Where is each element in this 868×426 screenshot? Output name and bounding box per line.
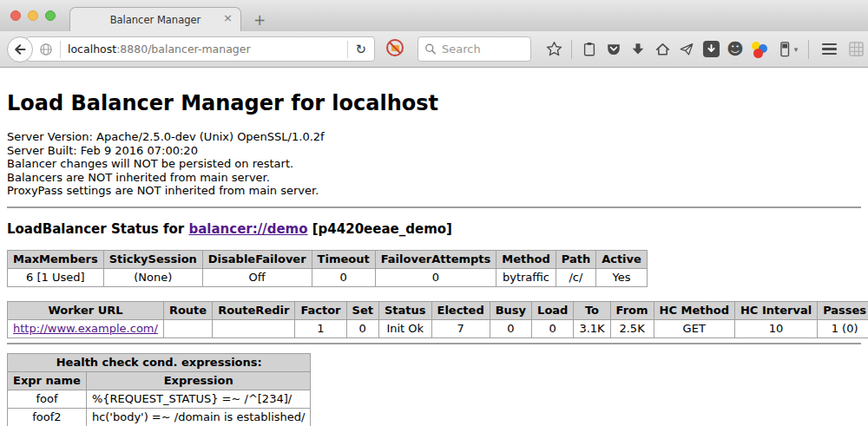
col-expr-name: Expr name <box>8 371 87 390</box>
download-arrow-icon <box>630 42 646 57</box>
cell-hc-method: GET <box>654 319 734 338</box>
navigation-toolbar: localhost:8880/balancer-manager ↻ <box>0 31 868 68</box>
balancer-heading: LoadBalancer Status for balancer://demo … <box>7 221 861 237</box>
globe-icon <box>39 43 53 56</box>
server-built-line: Server Built: Feb 9 2016 07:00:20 <box>7 144 861 158</box>
browser-window: Balancer Manager × + localhost:8880/bala… <box>0 0 868 426</box>
url-text[interactable]: localhost:8880/balancer-manager <box>68 43 251 56</box>
colored-dots-icon <box>750 40 769 59</box>
cell-timeout: 0 <box>312 268 375 286</box>
cell-hc-interval: 10 <box>734 319 817 338</box>
url-host: localhost <box>68 43 116 56</box>
col-set: Set <box>346 301 378 319</box>
cell-expression-foof: %{REQUEST_STATUS} =~ /^[234]/ <box>86 390 311 408</box>
cell-path: /c/ <box>556 268 595 286</box>
cell-passes: 1 (0) <box>818 319 868 338</box>
bookmark-star-button[interactable] <box>542 37 566 62</box>
col-worker-url: Worker URL <box>8 301 164 319</box>
minimize-window-button[interactable] <box>28 10 38 21</box>
feedback-button[interactable]: ☻ <box>723 37 747 62</box>
url-bar[interactable]: localhost:8880/balancer-manager ↻ <box>26 36 375 62</box>
page-title: Load Balancer Manager for localhost <box>7 68 861 115</box>
search-input[interactable] <box>442 43 524 56</box>
cell-routeredir <box>213 319 295 338</box>
tab-balancer-manager[interactable]: Balancer Manager × <box>69 7 241 31</box>
downloads-button[interactable] <box>626 37 650 62</box>
balancer-demo-link[interactable]: balancer://demo <box>188 221 307 237</box>
back-button[interactable] <box>7 36 33 62</box>
cell-status: Init Ok <box>378 319 431 338</box>
download-manager-button[interactable] <box>699 37 723 62</box>
zoom-window-button[interactable] <box>45 10 56 21</box>
grid-icon <box>848 41 865 57</box>
cell-from: 2.5K <box>610 319 654 338</box>
tiles-button[interactable] <box>844 37 868 62</box>
col-stickysession: StickySession <box>103 250 202 268</box>
col-failoverattempts: FailoverAttempts <box>375 250 496 268</box>
balancer-data-row: 6 [1 Used] (None) Off 0 0 bytraffic /c/ … <box>8 268 648 286</box>
close-window-button[interactable] <box>10 10 21 21</box>
cell-worker-url: http://www.example.com/ <box>8 319 164 338</box>
col-load: Load <box>532 301 574 319</box>
health-data-row: foof2 hc('body') =~ /domain is establish… <box>8 408 311 426</box>
home-icon <box>654 42 671 57</box>
url-divider <box>60 41 61 58</box>
cell-expr-name-foof2: foof2 <box>8 408 87 426</box>
cell-elected: 7 <box>431 319 490 338</box>
search-icon <box>424 43 437 56</box>
star-icon <box>546 41 562 57</box>
worker-url-link[interactable]: http://www.example.com/ <box>13 322 158 335</box>
device-sync-button[interactable]: ▾ <box>772 37 803 62</box>
health-title-row: Health check cond. expressions: <box>8 353 311 371</box>
toolbar-divider <box>571 40 572 59</box>
balancer-header-row: MaxMembers StickySession DisableFailover… <box>8 250 648 268</box>
persist-notice-line: Balancer changes will NOT be persisted o… <box>7 157 861 171</box>
cell-maxmembers: 6 [1 Used] <box>8 268 104 286</box>
pocket-button[interactable] <box>602 37 626 62</box>
menu-button[interactable] <box>814 37 844 62</box>
cell-failoverattempts: 0 <box>375 268 496 286</box>
col-hc-method: HC Method <box>654 301 734 319</box>
col-passes: Passes <box>818 301 868 319</box>
cell-expr-name-foof: foof <box>8 390 87 408</box>
health-check-table: Health check cond. expressions: Expr nam… <box>7 353 311 426</box>
worker-status-table: Worker URL Route RouteRedir Factor Set S… <box>7 301 868 338</box>
smiley-icon: ☻ <box>727 41 744 57</box>
hamburger-icon <box>822 43 837 56</box>
col-maxmembers: MaxMembers <box>8 250 104 268</box>
cell-route <box>163 319 212 338</box>
inherit-notice-line: Balancers are NOT inherited from main se… <box>7 171 861 185</box>
bookmarks-menu-button[interactable] <box>577 37 602 62</box>
search-bar[interactable] <box>418 36 531 62</box>
col-routeredir: RouteRedir <box>213 301 295 319</box>
cell-disablefailover: Off <box>202 268 312 286</box>
device-icon <box>777 41 792 58</box>
col-method: Method <box>496 250 556 268</box>
col-factor: Factor <box>295 301 346 319</box>
window-controls <box>10 10 56 21</box>
page-content: Load Balancer Manager for localhost Serv… <box>0 68 868 426</box>
toolbar-divider <box>808 40 809 59</box>
balancer-status-table: MaxMembers StickySession DisableFailover… <box>7 250 648 287</box>
extension-dots-button[interactable] <box>747 37 772 62</box>
worker-header-row: Worker URL Route RouteRedir Factor Set S… <box>8 301 868 319</box>
new-tab-button[interactable]: + <box>253 13 266 28</box>
health-header-row: Expr name Expression <box>8 371 311 390</box>
tab-close-icon[interactable]: × <box>223 12 233 23</box>
cell-factor: 1 <box>295 319 346 338</box>
toolbar-icons: ☻ ▾ <box>542 37 868 62</box>
balancer-heading-suffix: [p4420eeae_demo] <box>308 221 452 237</box>
col-expression: Expression <box>86 371 311 390</box>
home-button[interactable] <box>650 37 674 62</box>
tab-title: Balancer Manager <box>110 14 201 26</box>
col-route: Route <box>163 301 212 319</box>
url-divider-right <box>347 41 348 58</box>
cell-stickysession: (None) <box>103 268 202 286</box>
plugin-blocked-icon[interactable] <box>385 38 404 61</box>
send-tab-button[interactable] <box>674 37 699 62</box>
url-path: :8880/balancer-manager <box>116 43 250 56</box>
reload-icon[interactable]: ↻ <box>355 42 366 57</box>
cell-method: bytraffic <box>496 268 556 286</box>
health-table-title: Health check cond. expressions: <box>8 353 311 371</box>
col-disablefailover: DisableFailover <box>202 250 312 268</box>
